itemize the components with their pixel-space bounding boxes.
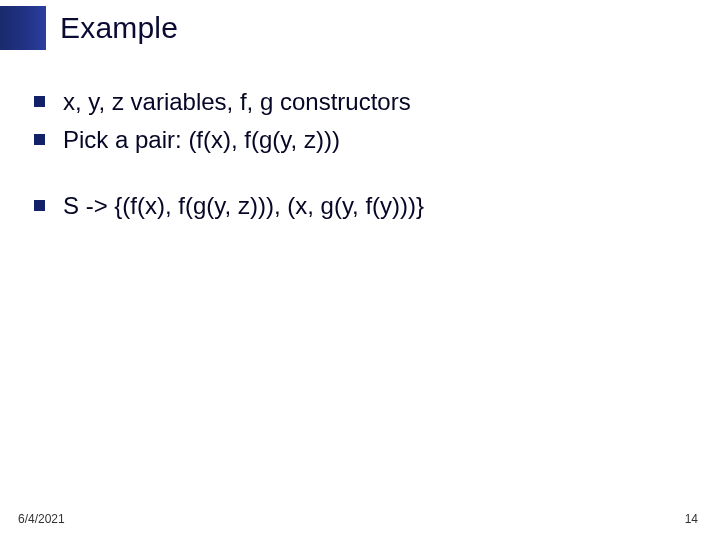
slide-title: Example bbox=[60, 6, 178, 50]
footer-date: 6/4/2021 bbox=[18, 512, 65, 526]
bullet-text: S -> {(f(x), f(g(y, z))), (x, g(y, f(y))… bbox=[63, 190, 424, 222]
bullet-item: S -> {(f(x), f(g(y, z))), (x, g(y, f(y))… bbox=[34, 190, 700, 222]
slide-body: x, y, z variables, f, g constructors Pic… bbox=[34, 86, 700, 228]
bullet-item: Pick a pair: (f(x), f(g(y, z))) bbox=[34, 124, 700, 156]
bullet-square-icon bbox=[34, 96, 45, 107]
bullet-square-icon bbox=[34, 200, 45, 211]
title-bar: Example bbox=[0, 6, 178, 50]
footer-page-number: 14 bbox=[685, 512, 698, 526]
title-accent-block bbox=[0, 6, 46, 50]
bullet-text: Pick a pair: (f(x), f(g(y, z))) bbox=[63, 124, 340, 156]
bullet-item: x, y, z variables, f, g constructors bbox=[34, 86, 700, 118]
bullet-text: x, y, z variables, f, g constructors bbox=[63, 86, 411, 118]
bullet-square-icon bbox=[34, 134, 45, 145]
